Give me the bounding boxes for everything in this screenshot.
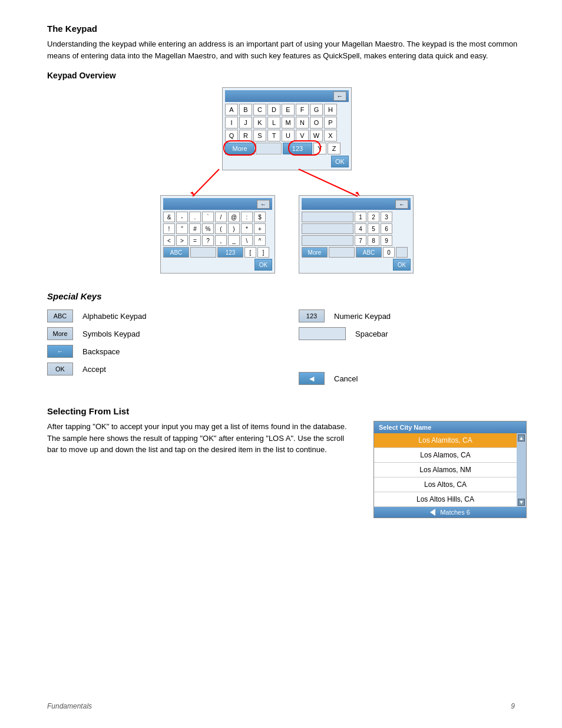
- backspace-key-num[interactable]: ←: [395, 200, 408, 209]
- sk-label-backspace: Backspace: [82, 347, 120, 356]
- sym-slash[interactable]: /: [215, 212, 227, 222]
- sym-comma[interactable]: ,: [215, 235, 227, 246]
- special-keys-right: 123 Numeric Keypad Spacebar ◀ Cancel: [299, 309, 527, 390]
- sym-excl[interactable]: !: [163, 223, 175, 234]
- backspace-key-main[interactable]: ←: [333, 91, 346, 101]
- sym-plus[interactable]: +: [254, 223, 266, 234]
- key-T[interactable]: T: [267, 130, 280, 141]
- key-E[interactable]: E: [282, 104, 295, 116]
- sym-backtick[interactable]: `: [202, 212, 214, 222]
- footer-right: 9: [511, 702, 515, 710]
- key-C[interactable]: C: [253, 104, 266, 116]
- selecting-from-list-section: Selecting From List After tapping "OK" t…: [47, 406, 527, 518]
- key-O[interactable]: O: [310, 117, 323, 129]
- num-1[interactable]: 1: [355, 212, 366, 222]
- key-V[interactable]: V: [296, 130, 309, 141]
- list-item-0[interactable]: Los Alamitos, CA: [374, 433, 517, 448]
- key-D[interactable]: D: [267, 104, 280, 116]
- num-row-3: 7 8 9: [302, 235, 411, 246]
- sym-lt[interactable]: <: [163, 235, 175, 246]
- list-item-1[interactable]: Los Alamos, CA: [374, 448, 517, 463]
- sk-btn-123[interactable]: 123: [299, 309, 325, 322]
- sym-row-2: ! " # % ( ) * +: [163, 223, 272, 234]
- sym-abc[interactable]: ABC: [163, 247, 189, 258]
- num-8[interactable]: 8: [368, 235, 379, 246]
- num-0[interactable]: 0: [383, 247, 395, 258]
- sym-caret[interactable]: ^: [254, 235, 266, 246]
- sym-gt[interactable]: >: [176, 235, 188, 246]
- sym-pct[interactable]: %: [202, 223, 214, 234]
- sym-dot[interactable]: .: [189, 212, 201, 222]
- key-U[interactable]: U: [282, 130, 295, 141]
- sym-rparen[interactable]: ): [228, 223, 240, 234]
- sym-underscore[interactable]: _: [228, 235, 240, 246]
- key-S[interactable]: S: [253, 130, 266, 141]
- key-123-main[interactable]: 123: [283, 143, 312, 154]
- footer-left: Fundamentals: [47, 702, 92, 710]
- key-L[interactable]: L: [267, 117, 280, 129]
- key-more-main[interactable]: More: [225, 143, 254, 154]
- sk-btn-more[interactable]: More: [47, 327, 73, 340]
- sym-space: [190, 247, 216, 258]
- list-item-4[interactable]: Los Altos Hills, CA: [374, 492, 517, 507]
- key-ok-main[interactable]: OK: [331, 156, 349, 167]
- key-H[interactable]: H: [324, 104, 337, 116]
- num-3[interactable]: 3: [381, 212, 392, 222]
- key-Q[interactable]: Q: [225, 130, 238, 141]
- sym-dollar[interactable]: $: [254, 212, 266, 222]
- key-N[interactable]: N: [296, 117, 309, 129]
- footer-back-arrow[interactable]: [430, 509, 435, 516]
- num-abc[interactable]: ABC: [356, 247, 382, 258]
- sk-btn-abc[interactable]: ABC: [47, 309, 73, 322]
- list-item-3[interactable]: Los Altos, CA: [374, 477, 517, 492]
- sym-at[interactable]: @: [228, 212, 240, 222]
- key-P[interactable]: P: [324, 117, 337, 129]
- sym-rbracket[interactable]: ]: [257, 247, 269, 258]
- key-Y[interactable]: Y: [313, 143, 326, 154]
- sym-colon[interactable]: :: [241, 212, 253, 222]
- key-F[interactable]: F: [296, 104, 309, 116]
- key-I[interactable]: I: [225, 117, 238, 129]
- key-G[interactable]: G: [310, 104, 323, 116]
- num-blank3: [302, 235, 353, 246]
- sk-btn-backspace[interactable]: ←: [47, 345, 73, 358]
- num-4[interactable]: 4: [355, 223, 366, 234]
- num-ok[interactable]: OK: [393, 259, 411, 271]
- key-A[interactable]: A: [225, 104, 238, 116]
- num-7[interactable]: 7: [355, 235, 366, 246]
- sym-lparen[interactable]: (: [215, 223, 227, 234]
- sk-btn-cancel[interactable]: ◀: [299, 372, 325, 385]
- key-R[interactable]: R: [239, 130, 252, 141]
- num-6[interactable]: 6: [381, 223, 392, 234]
- sym-dash[interactable]: -: [176, 212, 188, 222]
- sym-eq[interactable]: =: [189, 235, 201, 246]
- num-5[interactable]: 5: [368, 223, 379, 234]
- key-Z[interactable]: Z: [328, 143, 340, 154]
- sym-dquote[interactable]: ": [176, 223, 188, 234]
- backspace-key-symbol[interactable]: ←: [257, 200, 270, 209]
- num-more[interactable]: More: [302, 247, 328, 258]
- key-M[interactable]: M: [282, 117, 295, 129]
- sym-ok[interactable]: OK: [254, 259, 272, 271]
- num-2[interactable]: 2: [368, 212, 379, 222]
- sym-qmark[interactable]: ?: [202, 235, 214, 246]
- sym-lbracket[interactable]: [: [244, 247, 256, 258]
- sym-backslash[interactable]: \: [241, 235, 253, 246]
- scrollbar[interactable]: ▲ ▼: [517, 433, 526, 507]
- sk-btn-spacebar[interactable]: [299, 327, 346, 340]
- list-footer: Matches 6: [374, 507, 526, 518]
- overview-title: Keypad Overview: [47, 71, 527, 80]
- key-K[interactable]: K: [253, 117, 266, 129]
- key-W[interactable]: W: [310, 130, 323, 141]
- sym-star[interactable]: *: [241, 223, 253, 234]
- sk-btn-ok[interactable]: OK: [47, 363, 73, 375]
- list-item-2[interactable]: Los Alamos, NM: [374, 463, 517, 477]
- num-9[interactable]: 9: [381, 235, 392, 246]
- key-B[interactable]: B: [239, 104, 252, 116]
- sym-123[interactable]: 123: [217, 247, 243, 258]
- sym-amp[interactable]: &: [163, 212, 175, 222]
- sym-hash[interactable]: #: [189, 223, 201, 234]
- key-J[interactable]: J: [239, 117, 252, 129]
- key-X[interactable]: X: [324, 130, 337, 141]
- num-row-1: 1 2 3: [302, 212, 411, 222]
